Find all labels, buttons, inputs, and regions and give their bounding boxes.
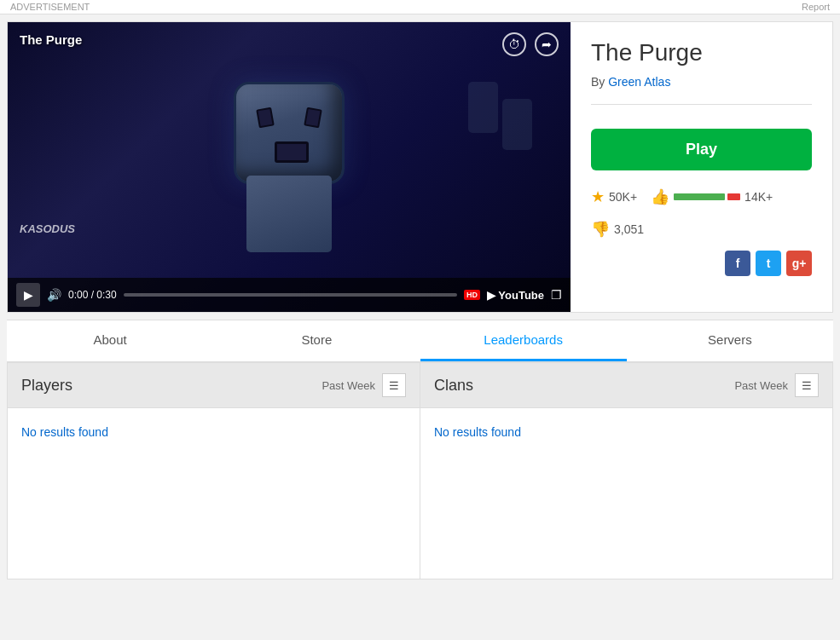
report-link[interactable]: Report <box>802 2 830 12</box>
top-bar: ADVERTISEMENT Report <box>0 0 840 14</box>
tab-store[interactable]: Store <box>213 320 420 361</box>
char-head <box>234 82 345 184</box>
game-info: The Purge By Green Atlas Play ★ 50K+ 👍 1… <box>571 22 832 312</box>
thumbs-down-icon[interactable]: 👎 <box>591 220 610 239</box>
twitter-button[interactable]: t <box>756 251 781 276</box>
char-mouth <box>275 141 309 163</box>
vote-bar <box>674 193 740 200</box>
players-controls: Past Week ☰ <box>322 373 406 397</box>
players-body: No results found <box>8 408 420 579</box>
background-figures <box>468 73 536 227</box>
tab-leaderboards[interactable]: Leaderboards <box>420 320 627 361</box>
fullscreen-icon[interactable]: ❐ <box>551 288 562 302</box>
players-panel: Players Past Week ☰ No results found <box>7 362 420 579</box>
volume-icon[interactable]: 🔊 <box>47 288 61 302</box>
play-pause-button[interactable]: ▶ <box>16 283 40 307</box>
char-eye-left <box>256 107 275 129</box>
char-body <box>246 176 332 252</box>
hd-badge: HD <box>464 290 480 300</box>
author-label: By <box>591 75 605 89</box>
tab-about[interactable]: About <box>7 320 213 361</box>
character <box>204 65 374 286</box>
dislikes-stat: 👎 3,051 <box>591 220 644 239</box>
thumbs-up-icon[interactable]: 👍 <box>651 187 669 206</box>
video-section: The Purge KASODUS ⏱ ➦ ▶ 🔊 0:00 / 0:30 HD… <box>8 22 571 312</box>
advertisement-label: ADVERTISEMENT <box>10 2 90 12</box>
clans-no-results: No results found <box>434 425 521 439</box>
time-display: 0:00 / 0:30 <box>68 289 117 301</box>
players-header: Players Past Week ☰ <box>8 363 420 408</box>
players-period: Past Week <box>322 379 375 392</box>
likes-stat: 👍 14K+ <box>651 187 773 206</box>
video-top-controls: ⏱ ➦ <box>502 32 559 56</box>
play-button[interactable]: Play <box>591 129 812 170</box>
video-controls: ▶ 🔊 0:00 / 0:30 HD ▶ YouTube ❐ <box>8 278 571 312</box>
leaderboards-content: Players Past Week ☰ No results found Cla… <box>7 362 833 579</box>
favorites-stat: ★ 50K+ <box>591 187 637 206</box>
clans-controls: Past Week ☰ <box>734 373 819 397</box>
vote-green-bar <box>674 193 725 200</box>
clans-title: Clans <box>434 377 473 395</box>
progress-bar[interactable] <box>124 293 457 297</box>
divider-1 <box>591 104 812 105</box>
game-panel: The Purge KASODUS ⏱ ➦ ▶ 🔊 0:00 / 0:30 HD… <box>7 21 833 313</box>
share-icon[interactable]: ➦ <box>535 32 559 56</box>
googleplus-button[interactable]: g+ <box>786 251 812 276</box>
video-watermark: KASODUS <box>20 222 75 235</box>
stats-row: ★ 50K+ 👍 14K+ 👎 3,051 <box>591 187 812 239</box>
video-thumbnail: The Purge KASODUS ⏱ ➦ <box>8 22 571 312</box>
star-icon: ★ <box>591 187 605 206</box>
players-title: Players <box>21 377 72 395</box>
clans-header: Clans Past Week ☰ <box>420 363 832 408</box>
social-row: f t g+ <box>591 251 812 276</box>
clans-period: Past Week <box>734 379 788 392</box>
clock-icon[interactable]: ⏱ <box>502 32 526 56</box>
clans-filter-icon[interactable]: ☰ <box>795 373 819 397</box>
game-author: By Green Atlas <box>591 75 812 89</box>
facebook-button[interactable]: f <box>725 251 750 276</box>
bg-figure-2 <box>502 99 532 150</box>
dislikes-count: 3,051 <box>614 222 644 236</box>
players-filter-icon[interactable]: ☰ <box>382 373 406 397</box>
game-title: The Purge <box>591 39 812 66</box>
players-no-results: No results found <box>21 425 108 439</box>
char-eye-right <box>304 107 322 129</box>
likes-count: 14K+ <box>744 190 773 204</box>
vote-red-bar <box>727 193 740 200</box>
video-title-overlay: The Purge <box>20 32 82 47</box>
clans-body: No results found <box>420 408 832 579</box>
youtube-logo: ▶ YouTube <box>487 289 544 302</box>
clans-panel: Clans Past Week ☰ No results found <box>420 362 833 579</box>
author-link[interactable]: Green Atlas <box>608 75 670 89</box>
tabs-bar: About Store Leaderboards Servers <box>7 320 833 362</box>
tab-servers[interactable]: Servers <box>627 320 833 361</box>
favorites-count: 50K+ <box>609 190 637 204</box>
bg-figure-1 <box>468 82 498 133</box>
